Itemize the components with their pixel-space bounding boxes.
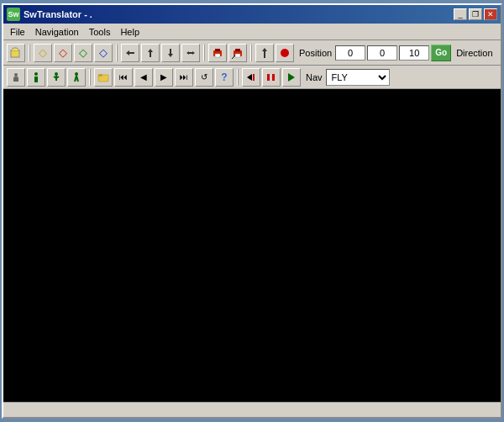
menu-navigation[interactable]: Navigation <box>30 26 84 38</box>
viewport-canvas[interactable] <box>3 89 501 402</box>
svg-rect-6 <box>235 54 240 57</box>
toolbar2-sep-2 <box>237 69 239 86</box>
title-buttons: _ ❐ ✕ <box>454 8 497 20</box>
nav-select[interactable]: FLY WALK EXAMINE FOLLOW <box>326 69 390 86</box>
toolbar-row-1: ◇ ◇ ◇ ◇ <box>3 40 501 66</box>
toolbar-row-2: ⏮ ◀ ▶ ⏭ ↺ ? Nav FLY WALK EXAMINE FOLLOW <box>3 66 501 89</box>
toolbar-sep-1 <box>29 45 30 61</box>
svg-rect-24 <box>253 74 255 81</box>
svg-rect-13 <box>36 79 38 82</box>
rewind-btn[interactable]: ⏮ <box>114 68 133 87</box>
skip-start-btn[interactable] <box>242 68 260 87</box>
svg-rect-22 <box>98 74 102 76</box>
record-btn[interactable] <box>276 44 294 62</box>
svg-marker-23 <box>247 74 252 81</box>
svg-line-7 <box>232 55 235 59</box>
toolbar-sep-3 <box>203 45 205 61</box>
play-btn[interactable] <box>282 68 301 87</box>
minimize-button[interactable]: _ <box>454 8 467 20</box>
svg-rect-0 <box>11 50 19 57</box>
move-left-btn[interactable] <box>121 44 139 62</box>
go-button[interactable]: Go <box>431 45 451 61</box>
svg-rect-12 <box>34 81 36 82</box>
menu-help[interactable]: Help <box>115 26 144 38</box>
select-green-btn[interactable]: ◇ <box>74 44 92 62</box>
main-window: Sw SwTranslator - . _ ❐ ✕ File Navigatio… <box>2 3 502 419</box>
svg-point-18 <box>75 72 78 76</box>
select-blue-btn[interactable]: ◇ <box>94 44 113 62</box>
direction-label: Direction <box>456 48 492 58</box>
toolbar-sep-4 <box>250 45 252 61</box>
select-btn[interactable]: ◇ <box>34 44 52 62</box>
pos-y-input[interactable] <box>367 45 397 61</box>
print2-btn[interactable] <box>228 44 247 62</box>
stand-btn[interactable] <box>47 68 66 87</box>
close-button[interactable]: ✕ <box>484 8 497 20</box>
svg-point-9 <box>14 73 18 76</box>
svg-rect-26 <box>272 74 275 81</box>
select-red-btn[interactable]: ◇ <box>54 44 72 62</box>
title-bar-left: Sw SwTranslator - . <box>7 8 92 21</box>
svg-rect-2 <box>215 49 220 51</box>
ffwd-btn[interactable]: ⏭ <box>175 68 193 87</box>
toolbar2-sep-1 <box>89 69 91 86</box>
app-icon: Sw <box>7 8 20 21</box>
pos-z-input[interactable] <box>399 45 429 61</box>
restore-button[interactable]: ❐ <box>469 8 482 20</box>
run-btn[interactable] <box>67 68 86 87</box>
pause-btn[interactable] <box>262 68 281 87</box>
window-title: SwTranslator - . <box>24 9 92 19</box>
pos-x-input[interactable] <box>335 45 365 61</box>
forward-btn[interactable]: ▶ <box>155 68 173 87</box>
folder-yellow-btn[interactable] <box>94 68 113 87</box>
svg-rect-5 <box>235 49 240 51</box>
title-bar: Sw SwTranslator - . _ ❐ ✕ <box>3 5 501 24</box>
svg-line-20 <box>76 76 78 82</box>
arrow-both-btn[interactable] <box>181 44 200 62</box>
menu-bar: File Navigation Tools Help <box>3 24 501 40</box>
svg-marker-27 <box>288 73 295 82</box>
menu-file[interactable]: File <box>5 26 30 38</box>
status-bar <box>3 402 501 417</box>
svg-point-10 <box>34 72 38 76</box>
svg-point-14 <box>55 72 58 76</box>
menu-tools[interactable]: Tools <box>84 26 116 38</box>
svg-rect-25 <box>267 74 270 81</box>
toolbar-sep-2 <box>116 45 118 61</box>
loop-btn[interactable]: ↺ <box>195 68 213 87</box>
scroll-up-btn[interactable] <box>255 44 274 62</box>
sit-btn[interactable] <box>27 68 45 87</box>
arrow-up-btn[interactable] <box>141 44 160 62</box>
help-btn[interactable]: ? <box>215 68 234 87</box>
nav-label: Nav <box>306 72 323 82</box>
arrow-down-btn[interactable] <box>161 44 180 62</box>
svg-rect-3 <box>215 54 220 57</box>
position-label: Position <box>299 48 332 58</box>
open-button[interactable] <box>7 44 25 62</box>
svg-point-8 <box>281 49 289 57</box>
avatar-btn[interactable] <box>7 68 25 87</box>
prev-btn[interactable]: ◀ <box>134 68 153 87</box>
print-btn[interactable] <box>208 44 227 62</box>
